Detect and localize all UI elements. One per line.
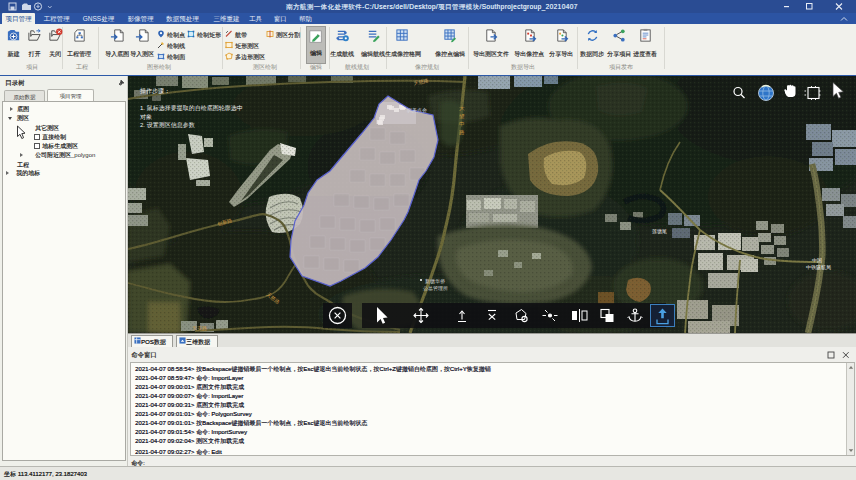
svg-text:新塘华侨: 新塘华侨: [425, 278, 445, 284]
svg-text:中国: 中国: [812, 257, 822, 264]
svg-text:公墓管理所: 公墓管理所: [423, 285, 448, 292]
svg-text:中铁隧航局: 中铁隧航局: [806, 264, 831, 271]
svg-text:对象: 对象: [140, 114, 152, 120]
svg-text:圳美点会: 圳美点会: [406, 107, 427, 113]
svg-text:操作步骤：: 操作步骤：: [140, 87, 170, 94]
svg-text:2. 设置测区信息参数: 2. 设置测区信息参数: [140, 121, 195, 129]
svg-text:天安路: 天安路: [192, 325, 207, 331]
svg-text:1. 鼠标选择要提取的自绘底图轮廓选中: 1. 鼠标选择要提取的自绘底图轮廓选中: [140, 104, 243, 112]
svg-text:莲塘尾: 莲塘尾: [652, 228, 667, 234]
